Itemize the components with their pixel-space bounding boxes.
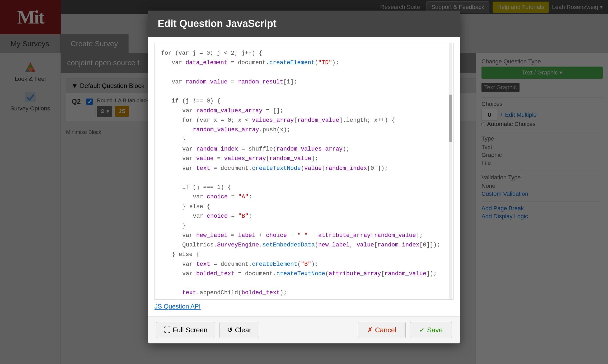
scrollbar-thumb[interactable] — [449, 95, 452, 142]
modal-overlay: Edit Question JavaScript for (var j = 0;… — [0, 0, 608, 364]
modal-body: for (var j = 0; j < 2; j++) { var data_e… — [148, 37, 460, 316]
footer-left-buttons: ⛶ Full Screen ↺ Clear — [156, 322, 259, 338]
save-icon: ✓ — [419, 326, 425, 334]
js-question-api-link[interactable]: JS Question API — [155, 303, 453, 310]
scrollbar-track — [449, 43, 452, 299]
modal-header: Edit Question JavaScript — [148, 11, 460, 37]
cancel-icon: ✗ — [367, 326, 373, 334]
clear-icon: ↺ — [227, 326, 233, 334]
fullscreen-icon: ⛶ — [164, 326, 171, 334]
footer-right-buttons: ✗ Cancel ✓ Save — [358, 322, 452, 338]
modal-title: Edit Question JavaScript — [158, 18, 277, 29]
save-button[interactable]: ✓ Save — [410, 322, 452, 338]
code-editor[interactable]: for (var j = 0; j < 2; j++) { var data_e… — [155, 43, 453, 300]
edit-javascript-modal: Edit Question JavaScript for (var j = 0;… — [148, 11, 460, 343]
modal-footer: ⛶ Full Screen ↺ Clear ✗ Cancel ✓ Save — [148, 316, 460, 343]
clear-button[interactable]: ↺ Clear — [219, 322, 259, 338]
fullscreen-button[interactable]: ⛶ Full Screen — [156, 322, 215, 338]
cancel-button[interactable]: ✗ Cancel — [358, 322, 406, 338]
